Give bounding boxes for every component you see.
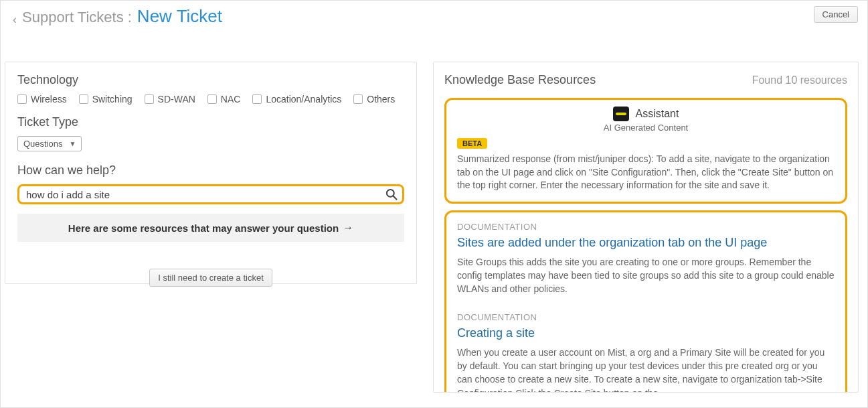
checkbox-label: Wireless [31,94,67,105]
checkbox-sdwan[interactable]: SD-WAN [145,94,195,105]
checkbox-others[interactable]: Others [353,94,395,105]
ticket-type-label: Ticket Type [17,115,404,129]
checkbox-wireless[interactable]: Wireless [17,94,67,105]
technology-checkbox-row: Wireless Switching SD-WAN NAC Location/A… [17,94,404,105]
still-need-wrap: I still need to create a ticket [17,269,404,287]
checkbox-box-icon [207,94,217,104]
beta-badge: BETA [457,138,487,149]
knowledge-base-panel: Knowledge Base Resources Found 10 resour… [433,62,859,393]
checkbox-box-icon [79,94,88,104]
breadcrumb-parent[interactable]: Support Tickets : [22,9,132,26]
checkbox-box-icon [145,94,154,104]
assistant-title: Assistant [636,108,679,120]
doc-item: DOCUMENTATION Creating a site When you c… [457,312,835,393]
doc-badge: DOCUMENTATION [457,222,835,232]
assistant-body: Summarized response (from mist/juniper d… [457,153,835,192]
assistant-bot-icon [613,107,629,121]
checkbox-box-icon [353,94,363,104]
resources-banner[interactable]: Here are some resources that may answer … [17,214,404,242]
checkbox-label: Location/Analytics [266,94,341,105]
checkbox-label: Others [367,94,395,105]
checkbox-label: NAC [221,94,241,105]
checkbox-box-icon [252,94,262,104]
search-icon[interactable] [385,188,398,201]
resources-banner-text: Here are some resources that may answer … [68,222,339,234]
cancel-button[interactable]: Cancel [814,6,858,23]
assistant-header: Assistant AI Generated Content [457,107,835,133]
doc-badge: DOCUMENTATION [457,312,835,322]
ticket-form-panel: Technology Wireless Switching SD-WAN NAC [5,62,417,284]
checkbox-label: Switching [92,94,133,105]
technology-label: Technology [17,73,404,87]
caret-down-icon: ▼ [70,140,76,147]
main-body: Technology Wireless Switching SD-WAN NAC [1,28,867,407]
checkbox-nac[interactable]: NAC [207,94,241,105]
doc-item: DOCUMENTATION Sites are added under the … [457,222,835,296]
assistant-subtitle: AI Generated Content [457,123,835,133]
search-input[interactable] [25,188,385,201]
help-label: How can we help? [17,163,404,178]
svg-line-1 [394,196,397,200]
doc-title-link[interactable]: Sites are added under the organization t… [457,236,835,250]
documentation-card: DOCUMENTATION Sites are added under the … [444,210,847,393]
checkbox-label: SD-WAN [158,94,195,105]
breadcrumb-current: New Ticket [137,6,222,27]
ticket-type-value: Questions [23,139,63,149]
kb-title: Knowledge Base Resources [444,73,596,87]
page-header: ‹ Support Tickets : New Ticket Cancel [1,1,867,28]
app-root: ‹ Support Tickets : New Ticket Cancel Te… [0,0,868,408]
back-chevron-icon[interactable]: ‹ [13,9,17,29]
ticket-type-select[interactable]: Questions ▼ [17,136,82,151]
checkbox-box-icon [17,94,27,104]
search-field-wrap [17,184,404,204]
kb-header: Knowledge Base Resources Found 10 resour… [444,73,847,87]
kb-count: Found 10 resources [752,74,847,86]
checkbox-switching[interactable]: Switching [79,94,133,105]
arrow-right-icon: → [343,222,353,234]
assistant-card: Assistant AI Generated Content BETA Summ… [444,98,847,204]
doc-title-link[interactable]: Creating a site [457,326,835,340]
create-ticket-button[interactable]: I still need to create a ticket [149,269,272,287]
doc-text: Site Groups this adds the site you are c… [457,255,835,296]
checkbox-location-analytics[interactable]: Location/Analytics [252,94,341,105]
breadcrumb: ‹ Support Tickets : New Ticket [13,6,222,28]
doc-text: When you create a user account on Mist, … [457,346,835,393]
